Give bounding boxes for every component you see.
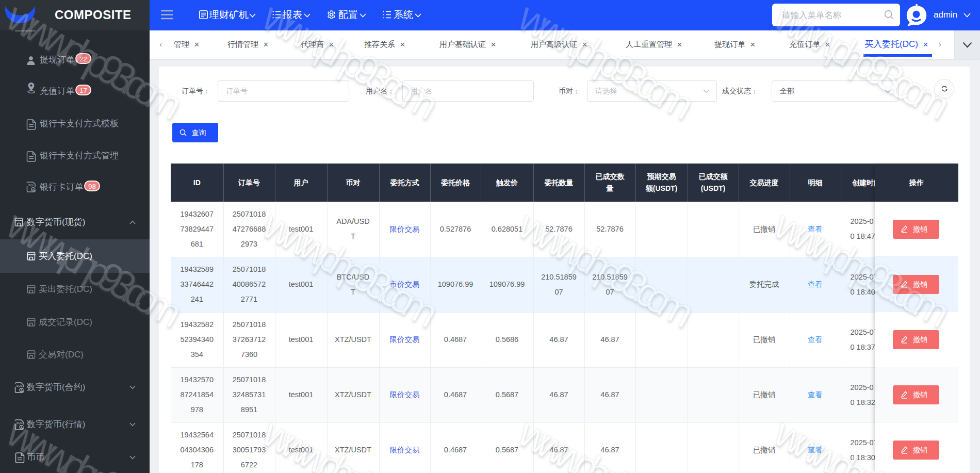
svg-text:SQL: SQL: [17, 384, 23, 387]
svg-text:SQL: SQL: [17, 421, 23, 425]
svg-text:SQL: SQL: [28, 184, 35, 187]
